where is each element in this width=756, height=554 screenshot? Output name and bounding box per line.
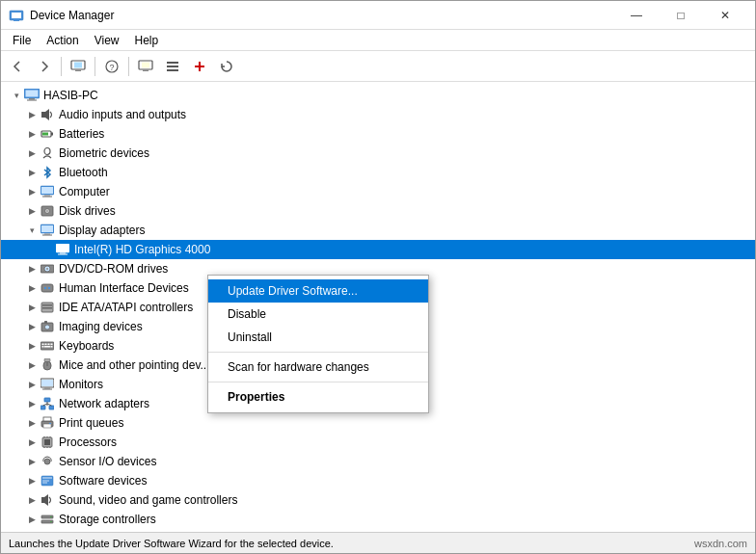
monitors-expand-icon[interactable]: ▶: [24, 377, 40, 392]
mice-expand-icon[interactable]: ▶: [24, 357, 40, 373]
tree-root[interactable]: ▾ HASIB-PC: [1, 86, 755, 105]
software-expand-icon[interactable]: ▶: [24, 473, 40, 488]
keyboards-expand-icon[interactable]: ▶: [24, 338, 40, 354]
network-expand-icon[interactable]: ▶: [24, 396, 40, 411]
monitor-icon: [40, 377, 55, 392]
svg-rect-91: [41, 497, 44, 503]
dvd-expand-icon[interactable]: ▶: [24, 261, 40, 277]
tb-forward-button[interactable]: [32, 54, 57, 79]
svg-rect-24: [51, 133, 53, 136]
svg-rect-63: [44, 358, 50, 362]
processors-expand-icon[interactable]: ▶: [24, 435, 40, 450]
system-expand-icon[interactable]: ▶: [24, 531, 40, 532]
mice-label: Mice and other pointing dev...: [59, 358, 210, 372]
tb-remove-button[interactable]: [187, 54, 212, 79]
ide-expand-icon[interactable]: ▶: [24, 300, 40, 315]
tree-audio[interactable]: ▶ Audio inputs and outputs: [1, 105, 755, 124]
tree-sensor[interactable]: ▶ Sensor I/O devices: [1, 452, 755, 471]
title-bar-left: Device Manager: [9, 8, 114, 23]
svg-rect-60: [51, 346, 53, 348]
tree-diskdrives[interactable]: ▶ Disk drives: [1, 201, 755, 221]
tree-software[interactable]: ▶ Software devices: [1, 471, 755, 490]
storage-expand-icon[interactable]: ▶: [24, 512, 40, 527]
humanif-expand-icon[interactable]: ▶: [24, 280, 40, 296]
display-label: Display adapters: [59, 224, 145, 237]
tree-display[interactable]: ▾ Display adapters: [1, 221, 755, 240]
tree-bluetooth[interactable]: ▶ Bluetooth: [1, 163, 755, 182]
network-label: Network adapters: [59, 397, 149, 410]
ctx-separator-1: [208, 352, 428, 353]
processors-label: Processors: [59, 435, 117, 449]
ctx-properties[interactable]: Properties: [208, 385, 428, 409]
svg-rect-27: [41, 187, 53, 194]
svg-point-25: [44, 148, 50, 155]
svg-point-43: [46, 268, 48, 270]
menu-view[interactable]: View: [87, 30, 127, 51]
biometric-label: Biometric devices: [59, 146, 149, 160]
tb-help-button[interactable]: ?: [99, 54, 124, 79]
tb-computer-button[interactable]: [66, 54, 91, 79]
svg-point-45: [44, 287, 46, 289]
svg-rect-28: [44, 196, 50, 197]
sensor-expand-icon[interactable]: ▶: [24, 454, 40, 469]
menu-action[interactable]: Action: [39, 30, 86, 51]
display-expand-icon[interactable]: ▾: [24, 223, 40, 238]
menu-help[interactable]: Help: [127, 30, 167, 51]
ctx-update-driver[interactable]: Update Driver Software...: [208, 279, 428, 303]
device-tree[interactable]: ▾ HASIB-PC ▶ Audio inputs and outputs ▶: [1, 82, 755, 532]
tb-refresh-button[interactable]: [214, 54, 239, 79]
svg-rect-23: [42, 133, 48, 136]
print-expand-icon[interactable]: ▶: [24, 415, 40, 431]
audio-expand-icon[interactable]: ▶: [24, 107, 40, 122]
processor-icon: [40, 435, 55, 450]
tb-display-button[interactable]: [133, 54, 158, 79]
humanif-icon: [40, 280, 55, 296]
svg-rect-44: [41, 284, 53, 292]
tree-sound[interactable]: ▶ Sound, video and game controllers: [1, 490, 755, 510]
context-menu: Update Driver Software... Disable Uninst…: [207, 275, 429, 413]
svg-point-51: [45, 325, 50, 330]
diskdrives-expand-icon[interactable]: ▶: [24, 203, 40, 219]
tree-batteries[interactable]: ▶ Batteries: [1, 124, 755, 144]
tree-processors[interactable]: ▶ Processors: [1, 433, 755, 452]
tree-print[interactable]: ▶ Print queues: [1, 413, 755, 433]
tree-system[interactable]: ▶ System devices: [1, 529, 755, 532]
svg-rect-11: [167, 62, 178, 64]
svg-rect-1: [12, 13, 21, 18]
toolbar: ?: [1, 51, 755, 82]
svg-rect-75: [43, 417, 51, 421]
tree-storage[interactable]: ▶ Storage controllers: [1, 510, 755, 529]
toolbar-separator-3: [128, 57, 129, 76]
tb-back-button[interactable]: [5, 54, 30, 79]
biometric-icon: [40, 145, 55, 161]
root-expand-icon[interactable]: ▾: [9, 88, 24, 103]
imaging-expand-icon[interactable]: ▶: [24, 319, 40, 334]
minimize-button[interactable]: —: [614, 1, 659, 30]
batteries-expand-icon[interactable]: ▶: [24, 126, 40, 142]
print-label: Print queues: [59, 416, 123, 430]
svg-point-95: [50, 516, 52, 518]
menu-file[interactable]: File: [5, 30, 39, 51]
keyboard-icon: [40, 338, 55, 354]
tree-computer[interactable]: ▶ Computer: [1, 182, 755, 201]
sound-expand-icon[interactable]: ▶: [24, 492, 40, 508]
toolbar-separator-1: [61, 57, 62, 76]
ctx-disable[interactable]: Disable: [208, 303, 428, 326]
computer-expand-icon[interactable]: ▶: [24, 184, 40, 199]
tree-biometric[interactable]: ▶ Biometric devices: [1, 144, 755, 163]
tree-intel-graphics[interactable]: Intel(R) HD Graphics 4000: [1, 240, 755, 259]
ctx-uninstall[interactable]: Uninstall: [208, 326, 428, 349]
maximize-button[interactable]: □: [659, 1, 703, 30]
svg-rect-18: [29, 98, 35, 100]
svg-rect-68: [44, 398, 50, 402]
computer-item-label: Computer: [59, 185, 110, 198]
svg-rect-9: [142, 62, 149, 67]
biometric-expand-icon[interactable]: ▶: [24, 145, 40, 161]
window-controls: — □ ✕: [614, 1, 747, 30]
bluetooth-expand-icon[interactable]: ▶: [24, 165, 40, 180]
tb-list-button[interactable]: [160, 54, 185, 79]
close-button[interactable]: ✕: [703, 1, 747, 30]
ctx-scan[interactable]: Scan for hardware changes: [208, 356, 428, 379]
svg-point-46: [48, 287, 50, 289]
window-title: Device Manager: [30, 9, 114, 22]
